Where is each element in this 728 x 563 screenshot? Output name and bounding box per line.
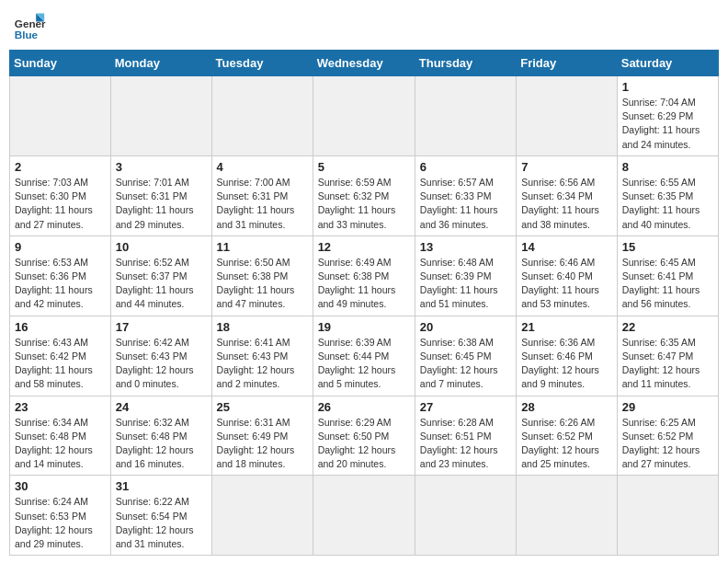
calendar-cell: 6Sunrise: 6:57 AM Sunset: 6:33 PM Daylig… [415,155,516,236]
day-number: 19 [318,320,410,334]
day-number: 12 [318,240,410,254]
calendar-cell: 30Sunrise: 6:24 AM Sunset: 6:53 PM Dayli… [10,476,111,556]
day-info: Sunrise: 6:59 AM Sunset: 6:32 PM Dayligh… [318,176,410,232]
weekday-header-tuesday: Tuesday [211,51,313,76]
day-number: 26 [318,400,410,414]
day-info: Sunrise: 6:48 AM Sunset: 6:39 PM Dayligh… [420,256,511,312]
day-info: Sunrise: 6:38 AM Sunset: 6:45 PM Dayligh… [420,336,511,392]
day-number: 10 [116,240,207,254]
day-number: 11 [217,240,308,254]
calendar-cell: 11Sunrise: 6:50 AM Sunset: 6:38 PM Dayli… [211,236,313,316]
day-info: Sunrise: 6:35 AM Sunset: 6:47 PM Dayligh… [622,336,713,392]
day-number: 22 [622,320,713,334]
day-info: Sunrise: 6:28 AM Sunset: 6:51 PM Dayligh… [420,416,511,472]
day-info: Sunrise: 6:26 AM Sunset: 6:52 PM Dayligh… [521,416,612,472]
day-info: Sunrise: 6:52 AM Sunset: 6:37 PM Dayligh… [116,256,207,312]
calendar-cell: 21Sunrise: 6:36 AM Sunset: 6:46 PM Dayli… [517,316,618,396]
day-number: 17 [116,320,207,334]
day-info: Sunrise: 6:24 AM Sunset: 6:53 PM Dayligh… [15,495,106,551]
calendar-cell: 27Sunrise: 6:28 AM Sunset: 6:51 PM Dayli… [415,396,516,476]
day-number: 13 [420,240,511,254]
calendar-week-1: 1Sunrise: 7:04 AM Sunset: 6:29 PM Daylig… [10,76,719,156]
calendar-cell [211,76,313,156]
calendar-cell: 26Sunrise: 6:29 AM Sunset: 6:50 PM Dayli… [313,396,415,476]
day-number: 18 [217,320,308,334]
calendar-cell [313,76,415,156]
calendar-cell: 31Sunrise: 6:22 AM Sunset: 6:54 PM Dayli… [110,476,211,556]
weekday-header-wednesday: Wednesday [313,51,415,76]
calendar-cell [211,476,313,556]
day-info: Sunrise: 6:57 AM Sunset: 6:33 PM Dayligh… [420,176,511,232]
calendar-cell: 15Sunrise: 6:45 AM Sunset: 6:41 PM Dayli… [617,236,718,316]
day-number: 23 [15,400,106,414]
day-number: 29 [622,400,713,414]
day-info: Sunrise: 6:25 AM Sunset: 6:52 PM Dayligh… [622,416,713,472]
calendar-cell [517,76,618,156]
day-info: Sunrise: 6:39 AM Sunset: 6:44 PM Dayligh… [318,336,410,392]
calendar-cell: 25Sunrise: 6:31 AM Sunset: 6:49 PM Dayli… [211,396,313,476]
calendar-cell [517,476,618,556]
day-info: Sunrise: 6:55 AM Sunset: 6:35 PM Dayligh… [622,176,713,232]
day-info: Sunrise: 6:50 AM Sunset: 6:38 PM Dayligh… [217,256,308,312]
calendar-cell: 4Sunrise: 7:00 AM Sunset: 6:31 PM Daylig… [211,155,313,236]
day-info: Sunrise: 6:43 AM Sunset: 6:42 PM Dayligh… [15,336,106,392]
calendar-cell: 22Sunrise: 6:35 AM Sunset: 6:47 PM Dayli… [617,316,718,396]
day-info: Sunrise: 6:56 AM Sunset: 6:34 PM Dayligh… [521,176,612,232]
weekday-header-saturday: Saturday [617,51,718,76]
calendar-cell: 8Sunrise: 6:55 AM Sunset: 6:35 PM Daylig… [617,155,718,236]
calendar-cell: 2Sunrise: 7:03 AM Sunset: 6:30 PM Daylig… [10,155,111,236]
day-number: 5 [318,160,410,174]
logo: General Blue [13,9,51,42]
day-number: 24 [116,400,207,414]
day-info: Sunrise: 7:01 AM Sunset: 6:31 PM Dayligh… [116,176,207,232]
calendar-cell: 28Sunrise: 6:26 AM Sunset: 6:52 PM Dayli… [517,396,618,476]
day-number: 1 [622,80,713,94]
calendar-week-5: 23Sunrise: 6:34 AM Sunset: 6:48 PM Dayli… [10,396,719,476]
day-info: Sunrise: 6:22 AM Sunset: 6:54 PM Dayligh… [116,495,207,551]
calendar-cell: 19Sunrise: 6:39 AM Sunset: 6:44 PM Dayli… [313,316,415,396]
calendar-cell [10,76,111,156]
day-number: 8 [622,160,713,174]
calendar-cell: 7Sunrise: 6:56 AM Sunset: 6:34 PM Daylig… [517,155,618,236]
calendar-week-4: 16Sunrise: 6:43 AM Sunset: 6:42 PM Dayli… [10,316,719,396]
calendar-cell: 17Sunrise: 6:42 AM Sunset: 6:43 PM Dayli… [110,316,211,396]
day-number: 21 [521,320,612,334]
day-number: 9 [15,240,106,254]
logo-icon: General Blue [13,9,46,42]
calendar-table: SundayMondayTuesdayWednesdayThursdayFrid… [9,50,719,556]
day-info: Sunrise: 6:36 AM Sunset: 6:46 PM Dayligh… [521,336,612,392]
calendar-cell: 29Sunrise: 6:25 AM Sunset: 6:52 PM Dayli… [617,396,718,476]
day-number: 20 [420,320,511,334]
calendar-cell [415,476,516,556]
calendar-cell [110,76,211,156]
calendar-cell: 16Sunrise: 6:43 AM Sunset: 6:42 PM Dayli… [10,316,111,396]
day-info: Sunrise: 7:04 AM Sunset: 6:29 PM Dayligh… [622,96,713,152]
calendar-cell: 20Sunrise: 6:38 AM Sunset: 6:45 PM Dayli… [415,316,516,396]
day-info: Sunrise: 6:29 AM Sunset: 6:50 PM Dayligh… [318,416,410,472]
day-number: 16 [15,320,106,334]
day-number: 15 [622,240,713,254]
day-number: 7 [521,160,612,174]
day-info: Sunrise: 6:32 AM Sunset: 6:48 PM Dayligh… [116,416,207,472]
day-info: Sunrise: 6:42 AM Sunset: 6:43 PM Dayligh… [116,336,207,392]
calendar-cell [313,476,415,556]
day-info: Sunrise: 6:34 AM Sunset: 6:48 PM Dayligh… [15,416,106,472]
day-info: Sunrise: 6:49 AM Sunset: 6:38 PM Dayligh… [318,256,410,312]
day-number: 30 [15,479,106,493]
calendar-header: SundayMondayTuesdayWednesdayThursdayFrid… [10,51,719,76]
weekday-header-monday: Monday [110,51,211,76]
day-info: Sunrise: 6:46 AM Sunset: 6:40 PM Dayligh… [521,256,612,312]
day-number: 3 [116,160,207,174]
day-info: Sunrise: 6:53 AM Sunset: 6:36 PM Dayligh… [15,256,106,312]
calendar-cell: 13Sunrise: 6:48 AM Sunset: 6:39 PM Dayli… [415,236,516,316]
day-info: Sunrise: 6:45 AM Sunset: 6:41 PM Dayligh… [622,256,713,312]
calendar-cell: 10Sunrise: 6:52 AM Sunset: 6:37 PM Dayli… [110,236,211,316]
day-info: Sunrise: 6:31 AM Sunset: 6:49 PM Dayligh… [217,416,308,472]
day-number: 6 [420,160,511,174]
calendar-week-2: 2Sunrise: 7:03 AM Sunset: 6:30 PM Daylig… [10,155,719,236]
day-number: 27 [420,400,511,414]
calendar-week-6: 30Sunrise: 6:24 AM Sunset: 6:53 PM Dayli… [10,476,719,556]
day-info: Sunrise: 7:03 AM Sunset: 6:30 PM Dayligh… [15,176,106,232]
day-number: 25 [217,400,308,414]
calendar-cell [415,76,516,156]
